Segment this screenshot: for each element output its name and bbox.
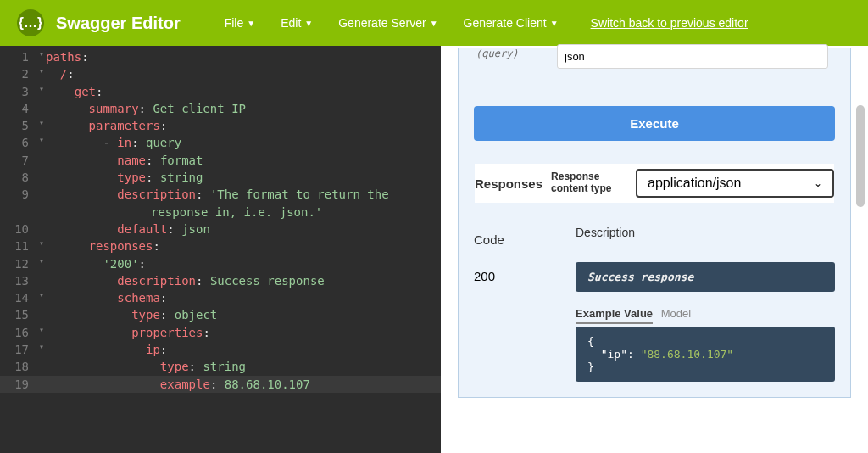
line-number: 17 xyxy=(0,341,37,358)
line-number: 2 xyxy=(0,65,37,82)
app-header: {…} Swagger Editor File▼ Edit▼ Generate … xyxy=(0,0,868,46)
line-number: 14 xyxy=(0,289,37,306)
header-description: Description xyxy=(576,226,835,247)
fold-icon[interactable]: ▾ xyxy=(37,255,46,272)
line-number: 8 xyxy=(0,169,37,186)
docs-scrollbar[interactable] xyxy=(856,105,865,207)
fold-icon[interactable]: ▾ xyxy=(37,289,46,306)
header-code: Code xyxy=(474,226,576,247)
editor-line[interactable]: 5▾ parameters: xyxy=(0,117,441,134)
line-number: 11 xyxy=(0,238,37,254)
content-type-select[interactable]: application/json ⌄ xyxy=(636,169,834,198)
tab-example-value[interactable]: Example Value xyxy=(576,307,653,324)
line-number: 3 xyxy=(0,83,37,100)
fold-icon xyxy=(37,100,46,117)
editor-line[interactable]: 8 type: string xyxy=(0,169,441,186)
param-input-format[interactable] xyxy=(557,44,828,69)
line-number: 19 xyxy=(0,376,37,393)
fold-icon xyxy=(37,221,46,238)
editor-line[interactable]: 13 description: Success response xyxy=(0,272,441,289)
line-number: 1 xyxy=(0,48,37,65)
response-code: 200 xyxy=(474,262,576,382)
caret-down-icon: ▼ xyxy=(304,19,313,28)
editor-line[interactable]: 10 default: json xyxy=(0,221,441,238)
editor-line[interactable]: 4 summary: Get client IP xyxy=(0,100,441,117)
editor-line[interactable]: 11▾ responses: xyxy=(0,238,441,254)
fold-icon[interactable]: ▾ xyxy=(37,117,46,134)
editor-line[interactable]: 6▾ - in: query xyxy=(0,134,441,151)
line-number: 15 xyxy=(0,306,37,323)
line-number: 13 xyxy=(0,272,37,289)
line-number: 7 xyxy=(0,152,37,169)
content-type-label: Response content type xyxy=(551,171,627,195)
editor-line[interactable]: 14▾ schema: xyxy=(0,289,441,306)
line-number: 18 xyxy=(0,358,37,375)
fold-icon xyxy=(37,186,46,203)
editor-line[interactable]: 2▾ /: xyxy=(0,65,441,82)
example-body: { "ip": "88.68.10.107" } xyxy=(576,327,835,382)
line-number: 6 xyxy=(0,134,37,151)
responses-title: Responses xyxy=(475,176,542,191)
param-row-format: (query) xyxy=(476,48,850,59)
caret-down-icon: ▼ xyxy=(430,19,438,28)
responses-header: Responses Response content type applicat… xyxy=(474,163,835,204)
responses-table: Code Description 200 Success response Ex… xyxy=(474,226,835,382)
line-number: 16 xyxy=(0,324,37,341)
response-description: Success response xyxy=(576,262,835,292)
chevron-down-icon: ⌄ xyxy=(814,177,822,189)
editor-line[interactable]: 1▾paths: xyxy=(0,48,441,65)
caret-down-icon: ▼ xyxy=(247,19,255,28)
editor-line[interactable]: 15 type: object xyxy=(0,306,441,323)
api-docs-panel: (query) Execute Responses Response conte… xyxy=(441,46,868,453)
editor-line[interactable]: 12▾ '200': xyxy=(0,255,441,272)
fold-icon[interactable]: ▾ xyxy=(37,134,46,151)
line-number: 4 xyxy=(0,100,37,117)
fold-icon xyxy=(37,376,46,393)
fold-icon[interactable]: ▾ xyxy=(37,83,46,100)
editor-line[interactable]: 18 type: string xyxy=(0,358,441,375)
menu-generate-server[interactable]: Generate Server▼ xyxy=(330,11,446,35)
app-title: Swagger Editor xyxy=(56,14,181,33)
operation-section: (query) Execute Responses Response conte… xyxy=(458,48,851,398)
switch-editor-link[interactable]: Switch back to previous editor xyxy=(591,16,748,30)
menu-edit[interactable]: Edit▼ xyxy=(272,11,321,35)
editor-line[interactable]: 17▾ ip: xyxy=(0,341,441,358)
fold-icon[interactable]: ▾ xyxy=(37,48,46,65)
example-toggle: Example Value Model xyxy=(576,307,835,320)
fold-icon xyxy=(37,152,46,169)
table-header: Code Description xyxy=(474,226,835,247)
fold-icon[interactable]: ▾ xyxy=(37,238,46,254)
table-row: 200 Success response Example Value Model… xyxy=(474,262,835,382)
execute-button[interactable]: Execute xyxy=(474,106,835,141)
editor-line[interactable]: 7 name: format xyxy=(0,152,441,169)
line-number: 9 xyxy=(0,186,37,203)
tab-model[interactable]: Model xyxy=(661,307,691,320)
line-number: 10 xyxy=(0,221,37,238)
swagger-logo-icon: {…} xyxy=(17,9,44,36)
caret-down-icon: ▼ xyxy=(550,19,559,28)
fold-icon xyxy=(37,169,46,186)
fold-icon xyxy=(37,272,46,289)
fold-icon xyxy=(37,358,46,375)
fold-icon xyxy=(37,306,46,323)
line-number: 5 xyxy=(0,117,37,134)
menu-file[interactable]: File▼ xyxy=(216,11,264,35)
editor-line[interactable]: 9 description: 'The format to return the xyxy=(0,186,441,203)
editor-line[interactable]: 16▾ properties: xyxy=(0,324,441,341)
fold-icon[interactable]: ▾ xyxy=(37,324,46,341)
menu-generate-client[interactable]: Generate Client▼ xyxy=(455,11,567,35)
editor-line[interactable]: 19 example: 88.68.10.107 xyxy=(0,376,441,393)
yaml-editor[interactable]: 1▾paths:2▾ /:3▾ get:4 summary: Get clien… xyxy=(0,46,441,453)
fold-icon[interactable]: ▾ xyxy=(37,341,46,358)
line-number: 12 xyxy=(0,255,37,272)
fold-icon[interactable]: ▾ xyxy=(37,65,46,82)
editor-line-wrap[interactable]: response in, i.e. json.' xyxy=(0,204,441,221)
editor-line[interactable]: 3▾ get: xyxy=(0,83,441,100)
